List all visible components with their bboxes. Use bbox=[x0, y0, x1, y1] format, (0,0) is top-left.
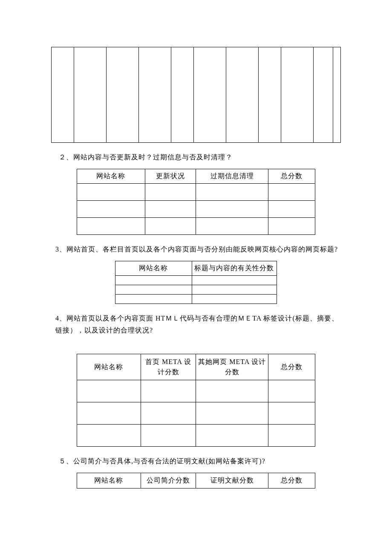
table-row bbox=[77, 425, 315, 447]
cell bbox=[268, 380, 315, 402]
table-header-row: 网站名称 首页 META 设计分数 其她网页 META 设计分数 总分数 bbox=[77, 354, 315, 380]
table-header-row: 网站名称 更新状况 过期信息清理 总分数 bbox=[77, 169, 315, 183]
cell bbox=[115, 275, 192, 285]
col-update-status: 更新状况 bbox=[145, 169, 196, 183]
col-proof-doc-score: 证明文献分数 bbox=[196, 473, 268, 488]
question-3-text: 3、网站首页、各栏目首页以及各个内容页面与否分别由能反映网页核心内容的网页标题? bbox=[55, 243, 341, 256]
cell bbox=[192, 294, 277, 304]
cell bbox=[77, 217, 145, 234]
cell bbox=[268, 183, 315, 200]
document-page: ２、网站内容与否更新及时？过期信息与否及时清理？ 网站名称 更新状况 过期信息清… bbox=[0, 47, 392, 531]
table-q3: 网站名称 标题与内容的有关性分数 bbox=[115, 261, 277, 304]
col-site-name: 网站名称 bbox=[115, 261, 192, 275]
cell bbox=[171, 47, 194, 143]
table-row bbox=[77, 200, 315, 217]
cell bbox=[196, 402, 268, 425]
cell bbox=[281, 47, 314, 143]
cell bbox=[77, 425, 141, 447]
cell bbox=[141, 425, 196, 447]
table-q2: 网站名称 更新状况 过期信息清理 总分数 bbox=[77, 169, 315, 235]
top-blank-table bbox=[51, 47, 341, 143]
cell bbox=[145, 217, 196, 234]
cell bbox=[141, 380, 196, 402]
cell bbox=[314, 47, 333, 143]
table-header-row: 网站名称 标题与内容的有关性分数 bbox=[115, 261, 277, 275]
cell bbox=[192, 285, 277, 294]
cell bbox=[268, 217, 315, 234]
col-site-name: 网站名称 bbox=[77, 473, 141, 488]
col-site-name: 网站名称 bbox=[77, 169, 145, 183]
cell bbox=[259, 47, 281, 143]
col-total-score: 总分数 bbox=[268, 354, 315, 380]
table-q5: 网站名称 公司简介分数 证明文献分数 总分数 bbox=[77, 473, 315, 489]
cell bbox=[192, 275, 277, 285]
table-row bbox=[77, 380, 315, 402]
cell bbox=[196, 200, 268, 217]
cell bbox=[139, 47, 171, 143]
cell bbox=[145, 200, 196, 217]
table-row bbox=[115, 285, 277, 294]
col-home-meta-score: 首页 META 设计分数 bbox=[141, 354, 196, 380]
cell bbox=[115, 294, 192, 304]
cell bbox=[77, 183, 145, 200]
cell bbox=[196, 380, 268, 402]
table-row bbox=[77, 217, 315, 234]
table-row bbox=[115, 275, 277, 285]
cell bbox=[333, 47, 341, 143]
cell bbox=[194, 47, 226, 143]
cell bbox=[77, 402, 141, 425]
cell bbox=[226, 47, 259, 143]
table-row bbox=[77, 402, 315, 425]
question-5-text: ５、公司简介与否具体,与否有合法的证明文献(如网站备案许可)? bbox=[59, 455, 341, 468]
col-total-score: 总分数 bbox=[268, 169, 315, 183]
cell bbox=[52, 47, 74, 143]
cell bbox=[268, 402, 315, 425]
cell bbox=[268, 425, 315, 447]
cell bbox=[115, 285, 192, 294]
question-4-text: 4、网站首页以及各个内容页面 HTＭＬ代码与否有合理的ＭＥTA 标签设计(标题、… bbox=[55, 312, 341, 337]
col-title-relevance: 标题与内容的有关性分数 bbox=[192, 261, 277, 275]
question-2-text: ２、网站内容与否更新及时？过期信息与否及时清理？ bbox=[59, 151, 341, 164]
table-q4: 网站名称 首页 META 设计分数 其她网页 META 设计分数 总分数 bbox=[77, 354, 315, 447]
col-expired-cleanup: 过期信息清理 bbox=[196, 169, 268, 183]
cell bbox=[74, 47, 106, 143]
table-header-row: 网站名称 公司简介分数 证明文献分数 总分数 bbox=[77, 473, 315, 488]
col-other-meta-score: 其她网页 META 设计分数 bbox=[196, 354, 268, 380]
cell bbox=[141, 402, 196, 425]
cell bbox=[268, 200, 315, 217]
col-total-score: 总分数 bbox=[268, 473, 315, 488]
cell bbox=[77, 200, 145, 217]
col-company-profile-score: 公司简介分数 bbox=[141, 473, 196, 488]
table-row bbox=[52, 47, 341, 143]
cell bbox=[77, 380, 141, 402]
cell bbox=[107, 47, 139, 143]
table-row bbox=[115, 294, 277, 304]
col-site-name: 网站名称 bbox=[77, 354, 141, 380]
cell bbox=[196, 425, 268, 447]
cell bbox=[145, 183, 196, 200]
cell bbox=[196, 217, 268, 234]
cell bbox=[196, 183, 268, 200]
table-row bbox=[77, 183, 315, 200]
